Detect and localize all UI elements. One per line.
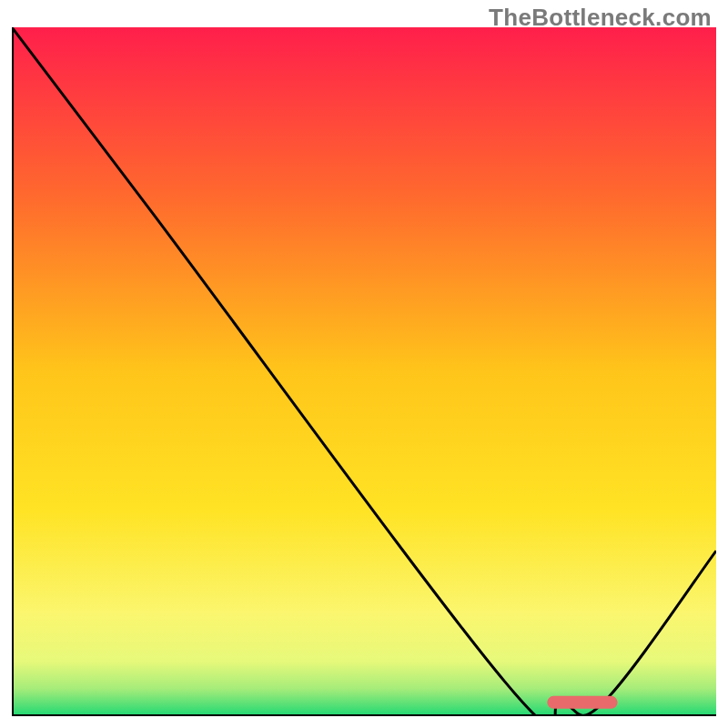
optimal-marker: [547, 696, 617, 709]
chart-svg: [12, 27, 716, 716]
plot-area: [12, 27, 716, 716]
background-gradient: [12, 27, 716, 716]
chart-stage: TheBottleneck.com: [0, 0, 728, 728]
